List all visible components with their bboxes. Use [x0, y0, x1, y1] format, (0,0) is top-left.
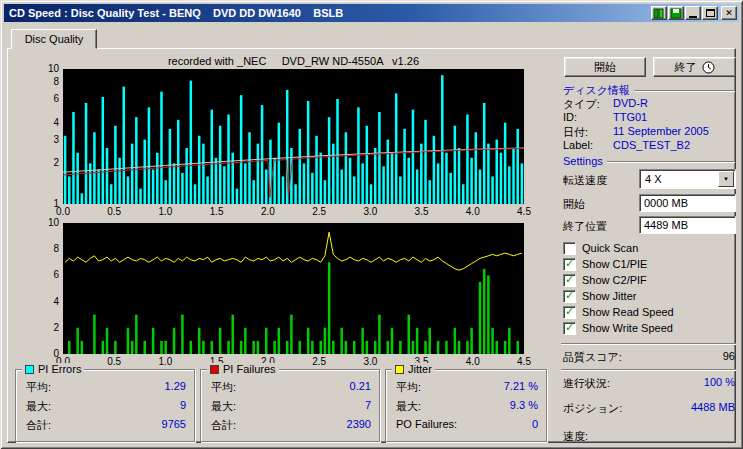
- stat-row: 最大:7: [211, 399, 371, 412]
- svg-text:4: 4: [53, 117, 59, 128]
- divider: [607, 161, 735, 163]
- svg-text:4.0: 4.0: [466, 206, 480, 217]
- close-icon: ✕: [725, 8, 733, 18]
- pi-failures-legend: PI Failures: [207, 363, 279, 375]
- stat-row: 平均:0.21: [211, 380, 371, 393]
- stat-row: 最大:9: [26, 399, 186, 412]
- window-title: CD Speed : Disc Quality Test - BENQ DVD …: [9, 7, 343, 19]
- maximize-button[interactable]: [702, 6, 718, 20]
- exit-button[interactable]: 終了: [653, 57, 736, 77]
- check-icon: ✓: [565, 322, 574, 333]
- maximize-icon: [706, 9, 715, 17]
- stat-row: 平均:1.29: [26, 380, 186, 393]
- disc-info-header: ディスク情報: [563, 83, 735, 98]
- checkbox-box: ✓: [563, 322, 576, 335]
- app-window: CD Speed : Disc Quality Test - BENQ DVD …: [0, 0, 743, 449]
- minimize-icon: [689, 16, 697, 18]
- green-books-icon[interactable]: [651, 6, 667, 20]
- jitter-swatch: [395, 365, 404, 374]
- stat-row: 合計:9765: [26, 418, 186, 431]
- svg-text:4.5: 4.5: [517, 356, 531, 367]
- svg-text:10: 10: [48, 217, 60, 228]
- checkbox-show-jitter[interactable]: ✓ Show Jitter: [563, 289, 636, 303]
- pi-failures-jitter-chart: 10864200.00.51.01.52.02.53.03.54.04.5: [27, 217, 533, 367]
- checkbox-show-write-speed[interactable]: ✓ Show Write Speed: [563, 321, 673, 335]
- disc-type-row: タイプ:DVD-R: [563, 97, 735, 110]
- svg-text:3.0: 3.0: [363, 356, 377, 367]
- divider: [561, 343, 736, 345]
- legend-label: PI Failures: [223, 363, 276, 375]
- speed-row: 速度:: [563, 429, 735, 442]
- titlebar[interactable]: CD Speed : Disc Quality Test - BENQ DVD …: [4, 4, 739, 22]
- jitter-legend: Jitter: [392, 363, 435, 375]
- position-row: ポジション: 4488 MB: [563, 401, 735, 414]
- svg-text:2: 2: [53, 157, 59, 168]
- svg-text:4.5: 4.5: [517, 206, 531, 217]
- checkbox-box: ✓: [563, 290, 576, 303]
- svg-text:3.5: 3.5: [415, 206, 429, 217]
- checkbox-quick-scan[interactable]: ✓ Quick Scan: [563, 241, 638, 255]
- minimize-button[interactable]: [685, 6, 701, 20]
- quality-score-row: 品質スコア: 96: [563, 350, 735, 363]
- pi-errors-panel: PI Errors 平均:1.29 最大:9 合計:9765: [15, 369, 195, 442]
- position-value: 4488 MB: [691, 401, 735, 413]
- checkbox-box: ✓: [563, 306, 576, 319]
- clock-icon: [702, 61, 715, 74]
- stat-row: PO Failures:0: [396, 418, 538, 431]
- transfer-speed-select[interactable]: 4 X ▼: [639, 169, 736, 189]
- svg-text:1.5: 1.5: [210, 206, 224, 217]
- green-disk-icon[interactable]: [668, 6, 684, 20]
- svg-text:0.5: 0.5: [107, 206, 121, 217]
- end-position-input[interactable]: [639, 216, 736, 234]
- chevron-down-icon[interactable]: ▼: [718, 171, 734, 187]
- check-icon: ✓: [565, 290, 574, 301]
- svg-text:8: 8: [53, 76, 59, 87]
- svg-text:8: 8: [53, 243, 59, 254]
- svg-text:4.0: 4.0: [466, 356, 480, 367]
- svg-text:3.0: 3.0: [363, 206, 377, 217]
- pi-failures-panel: PI Failures 平均:0.21 最大:7 合計:2390: [200, 369, 380, 442]
- close-button[interactable]: ✕: [721, 6, 737, 20]
- svg-text:0.0: 0.0: [56, 206, 70, 217]
- svg-text:3: 3: [53, 134, 59, 145]
- pi-errors-swatch: [25, 365, 34, 374]
- disc-date-row: 日付:11 September 2005: [563, 125, 735, 138]
- checkbox-box: ✓: [563, 274, 576, 287]
- checkbox-show-c1-pie[interactable]: ✓ Show C1/PIE: [563, 257, 647, 271]
- stat-row: 合計:2390: [211, 418, 371, 431]
- disc-quality-page: recorded with _NEC DVD_RW ND-4550A v1.26…: [7, 48, 736, 443]
- disk-icon: [670, 8, 682, 19]
- end-position-label: 終了位置: [563, 219, 607, 234]
- divider: [634, 90, 735, 92]
- check-icon: ✓: [565, 258, 574, 269]
- start-button[interactable]: 開始: [564, 57, 646, 77]
- stat-row: 平均:7.21 %: [396, 380, 538, 393]
- check-icon: ✓: [565, 274, 574, 285]
- legend-label: Jitter: [408, 363, 432, 375]
- pi-errors-legend: PI Errors: [22, 363, 84, 375]
- tab-disc-quality[interactable]: Disc Quality: [11, 29, 97, 49]
- checkbox-show-read-speed[interactable]: ✓ Show Read Speed: [563, 305, 674, 319]
- start-mb-input[interactable]: [639, 194, 736, 212]
- jitter-panel: Jitter 平均:7.21 % 最大:9.3 % PO Failures:0: [385, 369, 547, 442]
- pi-failures-swatch: [210, 365, 219, 374]
- svg-text:1.0: 1.0: [158, 206, 172, 217]
- stat-row: 最大:9.3 %: [396, 399, 538, 412]
- svg-text:4: 4: [53, 296, 59, 307]
- start-mb-label: 開始: [563, 197, 585, 212]
- pi-errors-chart: 108643210.00.51.01.52.02.53.03.54.04.5: [27, 63, 533, 217]
- svg-text:6: 6: [53, 93, 59, 104]
- legend-label: PI Errors: [38, 363, 81, 375]
- books-icon: [653, 8, 665, 19]
- progress-value: 100 %: [704, 376, 735, 388]
- check-icon: ✓: [565, 306, 574, 317]
- svg-text:2.5: 2.5: [312, 356, 326, 367]
- svg-text:2.5: 2.5: [312, 206, 326, 217]
- svg-text:6: 6: [53, 269, 59, 280]
- svg-text:0.5: 0.5: [107, 356, 121, 367]
- transfer-speed-label: 転送速度: [563, 173, 607, 188]
- quality-score-value: 96: [723, 350, 735, 362]
- disc-label-row: Label:CDS_TEST_B2: [563, 139, 735, 152]
- checkbox-show-c2-pif[interactable]: ✓ Show C2/PIF: [563, 273, 647, 287]
- disc-id-row: ID:TTG01: [563, 111, 735, 124]
